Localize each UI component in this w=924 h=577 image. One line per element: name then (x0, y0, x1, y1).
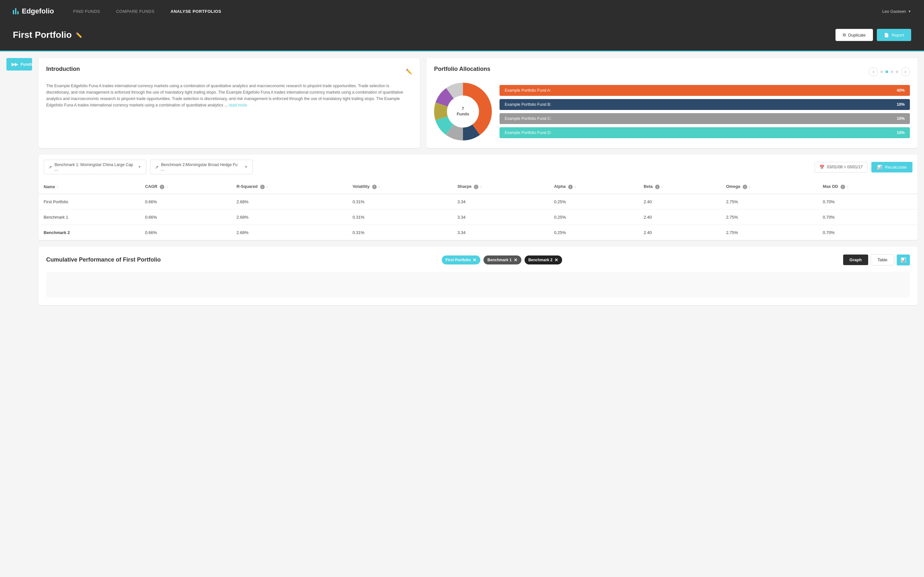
metrics-table: Name ↕ CAGR i ↕ R-Squared i ↕ (39, 179, 918, 240)
fund-d-pct: 10% (897, 131, 905, 135)
header-actions: ⧉ Duplicate 📄 Report (835, 29, 911, 41)
cell-name-2: Benchmark 2 (39, 225, 140, 240)
benchmark2-trend-icon: ↗ (155, 165, 158, 169)
logo-icon (13, 8, 19, 15)
sort-arrow-beta[interactable]: ↕ (662, 185, 663, 189)
col-maxdd: Max DD i ↕ (818, 179, 918, 194)
info-alpha[interactable]: i (568, 185, 573, 189)
report-icon: 📄 (884, 33, 889, 37)
perf-title: Cumulative Performance of First Portfoli… (46, 256, 161, 263)
benchmark1-trend-icon: ↗ (48, 165, 52, 169)
page-title-container: First Portfolio ✏️ (13, 30, 82, 40)
cell-beta-2: 2.40 (638, 225, 721, 240)
cell-beta-0: 2.40 (638, 194, 721, 210)
funds-arrow-icon: ▶▶ (11, 62, 18, 67)
nav-find-funds[interactable]: FIND FUNDS (73, 9, 100, 14)
fund-a-pct: 40% (897, 88, 905, 93)
graph-button[interactable]: Graph (843, 255, 868, 265)
tag-fp-close[interactable]: ✕ (473, 258, 477, 263)
perf-controls: Graph Table 📊 (843, 254, 910, 266)
intro-edit-button[interactable]: ✏️ (406, 69, 412, 75)
cell-rsquared-1: 2.68% (231, 210, 347, 225)
tag-benchmark1[interactable]: Benchmark 1 ✕ (483, 255, 521, 264)
cell-rsquared-0: 2.68% (231, 194, 347, 210)
duplicate-button[interactable]: ⧉ Duplicate (835, 29, 873, 41)
cell-omega-2: 2.75% (721, 225, 817, 240)
benchmark1-caret: ▼ (137, 165, 142, 169)
info-rsquared[interactable]: i (260, 185, 265, 189)
page-dot-4 (896, 71, 898, 73)
edit-title-icon[interactable]: ✏️ (76, 32, 82, 38)
benchmark2-caret: ▼ (244, 165, 248, 169)
sort-arrow-omega[interactable]: ↕ (749, 185, 751, 189)
top-row: Introduction ✏️ The Example Edgefolio Fu… (39, 58, 918, 148)
tag-benchmark2[interactable]: Benchmark 2 ✕ (525, 255, 562, 264)
pie-center-label: 7 Funds (457, 106, 469, 117)
col-beta: Beta i ↕ (638, 179, 721, 194)
benchmark1-label: Benchmark 1: Morningstar China Large Cap… (55, 163, 135, 171)
info-omega[interactable]: i (743, 185, 747, 189)
user-menu[interactable]: Leo Gasteen ▼ (882, 9, 911, 14)
sort-arrow-name[interactable]: ↕ (57, 185, 58, 189)
benchmark2-select[interactable]: ↗ Benchmark 2:Morningstar Broad Hedge Fu… (150, 160, 253, 174)
recalculate-button[interactable]: 📊 Recalculate (871, 162, 913, 172)
cell-cagr-0: 0.66% (140, 194, 231, 210)
sort-arrow-sharpe[interactable]: ↕ (480, 185, 482, 189)
info-beta[interactable]: i (655, 185, 660, 189)
benchmarks-bar: ↗ Benchmark 1: Morningstar China Large C… (44, 160, 913, 174)
pagination-next[interactable]: › (901, 67, 910, 76)
page-dot-2 (885, 71, 888, 73)
info-cagr[interactable]: i (160, 185, 164, 189)
excel-button[interactable]: 📊 (897, 255, 910, 266)
tag-first-portfolio[interactable]: First Portfolio ✕ (442, 255, 481, 264)
cell-sharpe-1: 3.34 (452, 210, 549, 225)
cell-maxdd-2: 0.70% (818, 225, 918, 240)
username: Leo Gasteen (882, 9, 906, 14)
user-dropdown-arrow: ▼ (908, 10, 911, 13)
info-volatility[interactable]: i (372, 185, 376, 189)
nav-compare-funds[interactable]: COMPARE FUNDS (116, 9, 155, 14)
sort-arrow-rsquared[interactable]: ↕ (266, 185, 268, 189)
fund-c-pct: 10% (897, 116, 905, 121)
fund-bar-b: Example Portfolio Fund B: 10% (499, 99, 910, 110)
sort-arrow-maxdd[interactable]: ↕ (847, 185, 849, 189)
col-sharpe: Sharpe i ↕ (452, 179, 549, 194)
pie-chart: 7 Funds (434, 83, 492, 140)
sort-arrow-volatility[interactable]: ↕ (378, 185, 380, 189)
main-content: ▶▶ Funds Introduction ✏️ The Example Edg… (0, 52, 924, 311)
fund-bar-c: Example Portfolio Fund C: 10% (499, 113, 910, 124)
pagination-prev[interactable]: ‹ (869, 67, 878, 76)
sort-arrow-alpha[interactable]: ↕ (574, 185, 576, 189)
perf-chart-area (46, 272, 910, 298)
date-range[interactable]: 📅 03/01/08 > 03/01/17 (814, 162, 868, 172)
benchmark1-select[interactable]: ↗ Benchmark 1: Morningstar China Large C… (44, 160, 146, 174)
report-button[interactable]: 📄 Report (877, 29, 911, 41)
col-alpha: Alpha i ↕ (549, 179, 638, 194)
portfolio-content: 7 Funds Example Portfolio Fund A: 40% Ex… (434, 83, 910, 140)
introduction-card: Introduction ✏️ The Example Edgefolio Fu… (39, 58, 420, 148)
recalculate-label: Recalculate (885, 165, 907, 169)
page-title: First Portfolio (13, 30, 72, 40)
fund-a-name: Example Portfolio Fund A: (505, 88, 551, 93)
report-label: Report (892, 33, 904, 37)
sidebar-item-funds[interactable]: ▶▶ Funds (6, 58, 32, 71)
cell-alpha-2: 0.25% (549, 225, 638, 240)
nav-analyse-portfolios[interactable]: ANALYSE PORTFOLIOS (171, 9, 221, 14)
table-button[interactable]: Table (871, 254, 894, 266)
col-cagr: CAGR i ↕ (140, 179, 231, 194)
cell-name-0[interactable]: First Portfolio (39, 194, 140, 210)
content-area: Introduction ✏️ The Example Edgefolio Fu… (32, 58, 918, 305)
cell-rsquared-2: 2.68% (231, 225, 347, 240)
col-omega: Omega i ↕ (721, 179, 817, 194)
info-sharpe[interactable]: i (474, 185, 478, 189)
tag-b1-close[interactable]: ✕ (514, 258, 517, 263)
col-name: Name ↕ (39, 179, 140, 194)
sort-arrow-cagr[interactable]: ↕ (166, 185, 168, 189)
sidebar-funds-label: Funds (21, 62, 33, 67)
fund-b-pct: 10% (897, 102, 905, 107)
read-more-link[interactable]: read more (229, 103, 247, 107)
tag-b2-close[interactable]: ✕ (554, 258, 558, 263)
pagination: ‹ › (869, 67, 910, 76)
info-maxdd[interactable]: i (841, 185, 845, 189)
portfolio-header: Portfolio Allocations ‹ › (434, 66, 910, 77)
